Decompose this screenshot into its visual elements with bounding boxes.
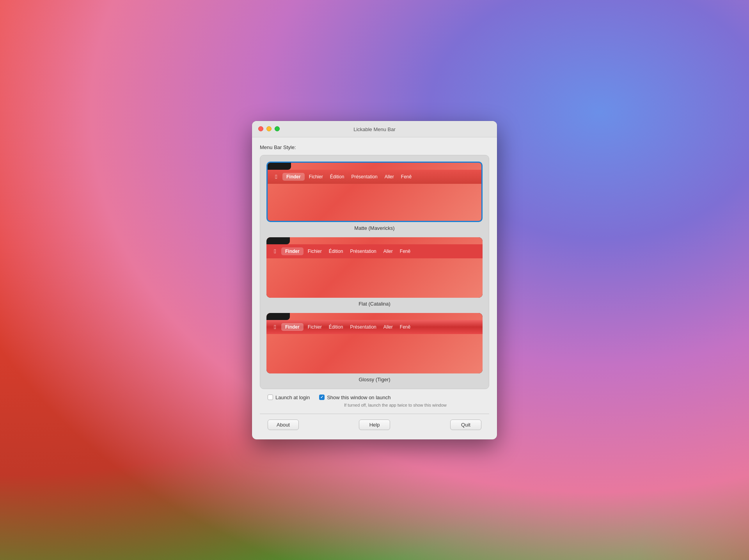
fene-label-matte: Fenê: [398, 173, 415, 181]
style-preview-matte[interactable]:  Finder Fichier Édition Présentation Al…: [266, 162, 483, 222]
edition-label-glossy: Édition: [325, 323, 347, 331]
menubar-strip-glossy:  Finder Fichier Édition Présentation Al…: [266, 320, 483, 334]
style-option-matte:  Finder Fichier Édition Présentation Al…: [266, 162, 483, 231]
apple-icon-glossy: : [270, 322, 280, 332]
apple-icon-matte: : [271, 171, 282, 182]
about-button[interactable]: About: [268, 420, 299, 430]
show-on-launch-item: Show this window on launch: [319, 395, 390, 400]
edition-label-matte: Édition: [327, 173, 348, 181]
finder-label-flat: Finder: [281, 247, 304, 255]
aller-label-matte: Aller: [381, 173, 398, 181]
help-button[interactable]: Help: [359, 420, 390, 430]
show-on-launch-checkbox[interactable]: [319, 395, 325, 400]
aller-label-glossy: Aller: [380, 323, 396, 331]
preview-notch-matte: [268, 163, 291, 170]
preview-inner-flat:  Finder Fichier Édition Présentation Al…: [266, 237, 483, 298]
style-label-flat: Flat (Catalina): [359, 301, 390, 307]
presentation-label-flat: Présentation: [346, 247, 380, 255]
apple-icon-flat: : [270, 246, 280, 257]
section-label: Menu Bar Style:: [260, 144, 489, 150]
fene-label-glossy: Fenê: [396, 323, 414, 331]
finder-label-matte: Finder: [282, 173, 305, 181]
titlebar: Lickable Menu Bar: [252, 121, 497, 137]
show-on-launch-label: Show this window on launch: [327, 395, 390, 400]
preview-notch-flat: [266, 237, 290, 244]
fichier-label-glossy: Fichier: [304, 323, 325, 331]
presentation-label-matte: Présentation: [348, 173, 381, 181]
finder-label-glossy: Finder: [281, 323, 304, 331]
style-option-glossy:  Finder Fichier Édition Présentation Al…: [266, 313, 483, 382]
style-preview-flat[interactable]:  Finder Fichier Édition Présentation Al…: [266, 237, 483, 298]
styles-container:  Finder Fichier Édition Présentation Al…: [260, 155, 489, 389]
style-label-matte: Matte (Mavericks): [354, 225, 394, 231]
menubar-strip-matte:  Finder Fichier Édition Présentation Al…: [268, 170, 481, 184]
button-row: About Help Quit: [260, 414, 489, 432]
hint-text: If turned off, launch the app twice to s…: [344, 403, 481, 407]
launch-at-login-item: Launch at login: [268, 395, 310, 400]
bottom-section: Launch at login Show this window on laun…: [260, 389, 489, 432]
window-title: Lickable Menu Bar: [353, 126, 396, 132]
launch-at-login-checkbox[interactable]: [268, 395, 273, 400]
edition-label-flat: Édition: [325, 247, 347, 255]
window-content: Menu Bar Style:  Finder Fichier Édition…: [252, 137, 497, 439]
preview-inner-glossy:  Finder Fichier Édition Présentation Al…: [266, 313, 483, 373]
close-button[interactable]: [258, 126, 263, 132]
fichier-label-flat: Fichier: [304, 247, 325, 255]
fene-label-flat: Fenê: [396, 247, 414, 255]
style-preview-glossy[interactable]:  Finder Fichier Édition Présentation Al…: [266, 313, 483, 373]
fichier-label-matte: Fichier: [305, 173, 327, 181]
menubar-strip-flat:  Finder Fichier Édition Présentation Al…: [266, 244, 483, 258]
maximize-button[interactable]: [275, 126, 280, 132]
checkboxes-row: Launch at login Show this window on laun…: [268, 395, 481, 400]
preview-inner-matte:  Finder Fichier Édition Présentation Al…: [268, 163, 481, 221]
app-window: Lickable Menu Bar Menu Bar Style:  Find…: [252, 121, 497, 439]
style-option-flat:  Finder Fichier Édition Présentation Al…: [266, 237, 483, 307]
presentation-label-glossy: Présentation: [346, 323, 380, 331]
launch-at-login-label: Launch at login: [275, 395, 310, 400]
minimize-button[interactable]: [266, 126, 272, 132]
style-label-glossy: Glossy (Tiger): [359, 377, 390, 382]
preview-notch-glossy: [266, 313, 290, 320]
traffic-lights: [258, 126, 280, 132]
quit-button[interactable]: Quit: [450, 420, 481, 430]
aller-label-flat: Aller: [380, 247, 396, 255]
